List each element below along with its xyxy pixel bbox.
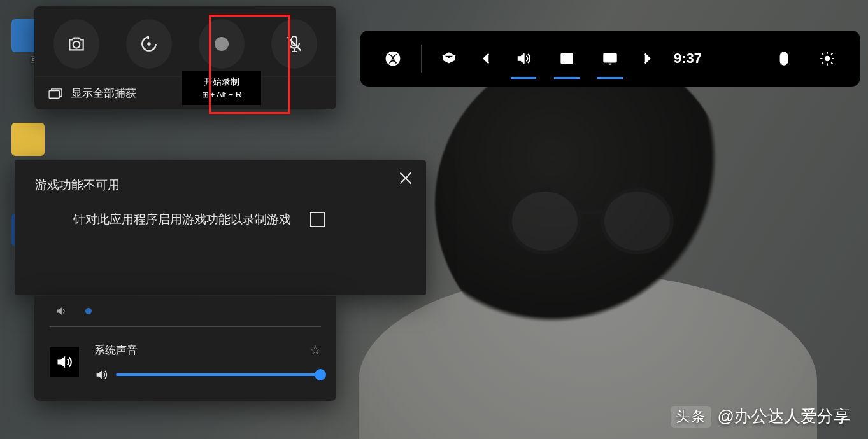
xbox-game-bar: 9:37 bbox=[360, 31, 860, 87]
mic-off-icon bbox=[284, 34, 304, 54]
svg-point-10 bbox=[825, 57, 830, 61]
volume-slider-thumb[interactable] bbox=[315, 369, 326, 380]
settings-button[interactable] bbox=[808, 31, 846, 87]
next-widget-button[interactable] bbox=[634, 31, 660, 87]
screenshot-button[interactable] bbox=[53, 19, 99, 69]
clock-display: 9:37 bbox=[665, 31, 711, 87]
capture-widget-button[interactable] bbox=[548, 31, 586, 87]
volume-icon bbox=[94, 368, 108, 382]
camera-icon bbox=[66, 34, 87, 54]
svg-point-0 bbox=[147, 42, 150, 45]
watermark-text: @办公达人爱分享 bbox=[718, 405, 850, 428]
volume-slider[interactable] bbox=[116, 373, 321, 376]
gallery-icon bbox=[48, 88, 62, 99]
slider-thumb-small[interactable] bbox=[85, 308, 92, 314]
record-last-30s-button[interactable] bbox=[126, 19, 172, 69]
svg-point-6 bbox=[565, 57, 569, 61]
start-recording-button[interactable]: 开始录制 + Alt + R bbox=[199, 19, 245, 69]
windows-key-icon bbox=[202, 90, 210, 99]
divider bbox=[50, 326, 321, 327]
record-icon bbox=[215, 37, 229, 51]
performance-widget-button[interactable] bbox=[591, 31, 629, 87]
mouse-icon bbox=[776, 50, 792, 67]
dialog-title: 游戏功能不可用 bbox=[35, 177, 406, 193]
click-capture-button[interactable] bbox=[765, 31, 803, 87]
svg-rect-3 bbox=[49, 90, 59, 98]
widgets-menu-button[interactable] bbox=[430, 31, 469, 87]
gear-icon bbox=[819, 50, 836, 67]
separator bbox=[421, 45, 422, 73]
record-tooltip: 开始录制 + Alt + R bbox=[182, 71, 261, 105]
mic-toggle-button[interactable] bbox=[271, 19, 317, 69]
volume-icon bbox=[55, 305, 68, 317]
dialog-body-text: 针对此应用程序启用游戏功能以录制游戏 bbox=[73, 211, 291, 228]
chevron-right-icon bbox=[639, 50, 655, 67]
desktop-icon[interactable] bbox=[11, 123, 56, 156]
tooltip-title: 开始录制 bbox=[185, 75, 259, 88]
rewind-icon bbox=[139, 34, 159, 54]
capture-widget: 开始录制 + Alt + R 显示全部捕获 bbox=[34, 6, 336, 109]
audio-widget-button[interactable] bbox=[504, 31, 543, 87]
tooltip-shortcut: + Alt + R bbox=[210, 90, 242, 99]
favorite-star-button[interactable]: ☆ bbox=[309, 342, 321, 358]
enable-game-features-checkbox[interactable] bbox=[310, 212, 325, 227]
game-features-dialog: 游戏功能不可用 针对此应用程序启用游戏功能以录制游戏 bbox=[15, 160, 426, 295]
chevron-left-icon bbox=[478, 50, 495, 67]
watermark-badge: 头条 bbox=[671, 406, 711, 428]
close-button[interactable] bbox=[397, 169, 415, 187]
performance-icon bbox=[602, 50, 618, 67]
audio-source-icon-box bbox=[50, 347, 79, 377]
widgets-icon bbox=[441, 50, 458, 67]
speaker-icon bbox=[55, 353, 73, 371]
audio-source-label: 系统声音 bbox=[94, 343, 138, 358]
source-watermark: 头条 @办公达人爱分享 bbox=[671, 405, 850, 428]
show-all-captures-label: 显示全部捕获 bbox=[71, 86, 136, 101]
volume-icon bbox=[515, 50, 532, 67]
capture-icon bbox=[559, 50, 575, 67]
audio-widget: 系统声音 ☆ bbox=[34, 296, 336, 401]
xbox-button[interactable] bbox=[374, 31, 412, 87]
prev-widget-button[interactable] bbox=[474, 31, 499, 87]
xbox-icon bbox=[385, 50, 401, 67]
